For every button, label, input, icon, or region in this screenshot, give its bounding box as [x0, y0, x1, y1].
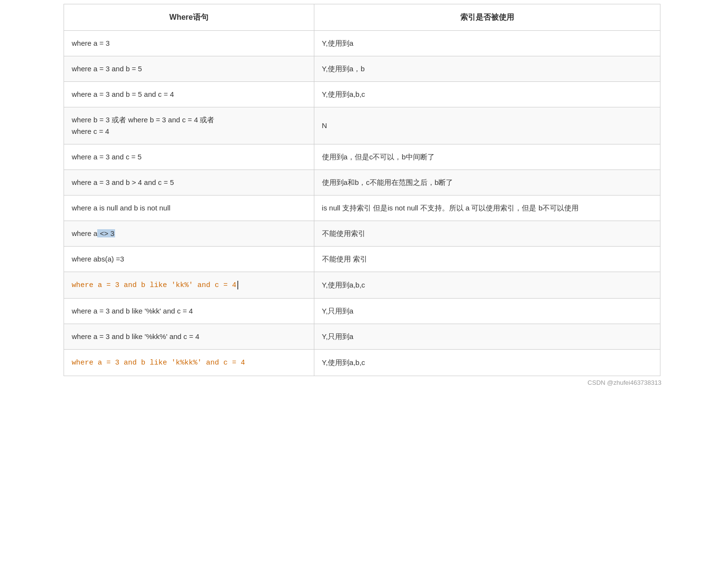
index-text: 使用到a，但是c不可以，b中间断了: [322, 153, 435, 161]
where-clause-cell: where a = 3 and b > 4 and c = 5: [64, 170, 314, 195]
where-text: where abs(a) =3: [72, 255, 124, 263]
index-text: Y,使用到a,b,c: [322, 90, 365, 98]
table-row: where abs(a) =3不能使用 索引: [64, 246, 660, 272]
index-usage-cell: 不能使用索引: [314, 221, 660, 246]
index-usage-cell: Y,使用到a,b,c: [314, 349, 660, 376]
col-header-index: 索引是否被使用: [314, 4, 660, 31]
where-clause-cell: where a is null and b is not null: [64, 195, 314, 221]
table-row: where a = 3 and c = 5使用到a，但是c不可以，b中间断了: [64, 144, 660, 170]
index-text: Y,只用到a: [322, 307, 354, 315]
where-text: where a = 3 and b like '%kk' and c = 4: [72, 307, 193, 315]
index-usage-cell: Y,使用到a,b,c: [314, 81, 660, 107]
table-row: where a = 3 and b > 4 and c = 5使用到a和b，c不…: [64, 170, 660, 195]
index-text: Y,使用到a，b: [322, 65, 365, 73]
watermark: CSDN @zhufei463738313: [0, 379, 724, 386]
index-text: N: [322, 121, 327, 130]
index-usage-cell: Y,使用到a: [314, 30, 660, 56]
where-clause-cell: where a = 3 and c = 5: [64, 144, 314, 170]
index-usage-cell: 使用到a，但是c不可以，b中间断了: [314, 144, 660, 170]
where-clause-cell: where abs(a) =3: [64, 246, 314, 272]
where-clause-cell: where a = 3 and b like '%kk' and c = 4: [64, 298, 314, 324]
index-usage-cell: Y,只用到a: [314, 324, 660, 349]
table-row: where a <> 3不能使用索引: [64, 221, 660, 246]
table-row: where a is null and b is not nullis null…: [64, 195, 660, 221]
page-wrapper: Where语句 索引是否被使用 where a = 3Y,使用到awhere a…: [0, 0, 724, 588]
table-row: where b = 3 或者 where b = 3 and c = 4 或者w…: [64, 107, 660, 144]
where-text: where a <> 3: [72, 229, 115, 237]
table-row: where a = 3 and b like '%kk' and c = 4Y,…: [64, 298, 660, 324]
where-clause-cell: where a = 3: [64, 30, 314, 56]
index-usage-cell: 使用到a和b，c不能用在范围之后，b断了: [314, 170, 660, 195]
where-text: where a = 3 and b = 5: [72, 65, 142, 73]
index-usage-cell: 不能使用 索引: [314, 246, 660, 272]
index-text: Y,使用到a,b,c: [322, 281, 365, 289]
orange-where-text: where a = 3 and b like 'kk%' and c = 4: [72, 281, 238, 289]
index-text: Y,使用到a: [322, 39, 354, 47]
index-text: 使用到a和b，c不能用在范围之后，b断了: [322, 178, 453, 186]
highlighted-text: <> 3: [97, 229, 115, 237]
index-text: is null 支持索引 但是is not null 不支持。所以 a 可以使用…: [322, 204, 579, 212]
where-clause-cell: where a = 3 and b like '%kk%' and c = 4: [64, 324, 314, 349]
where-text: where a = 3 and b > 4 and c = 5: [72, 178, 174, 186]
index-usage-cell: Y,使用到a,b,c: [314, 272, 660, 298]
where-clause-cell: where a = 3 and b = 5: [64, 56, 314, 81]
table-row: where a = 3 and b = 5Y,使用到a，b: [64, 56, 660, 81]
where-text: where a = 3 and b = 5 and c = 4: [72, 90, 174, 98]
where-clause-cell: where a = 3 and b like 'kk%' and c = 4: [64, 272, 314, 298]
index-text: Y,使用到a,b,c: [322, 358, 365, 366]
index-usage-cell: N: [314, 107, 660, 144]
where-clause-cell: where a = 3 and b like 'k%kk%' and c = 4: [64, 349, 314, 376]
index-usage-cell: Y,使用到a，b: [314, 56, 660, 81]
index-text: 不能使用索引: [322, 229, 365, 237]
orange-where-text: where a = 3 and b like 'k%kk%' and c = 4: [72, 359, 245, 367]
where-text: where a = 3 and b like '%kk%' and c = 4: [72, 332, 199, 340]
where-text: where a = 3: [72, 39, 110, 47]
index-usage-cell: is null 支持索引 但是is not null 不支持。所以 a 可以使用…: [314, 195, 660, 221]
table-row: where a = 3 and b = 5 and c = 4Y,使用到a,b,…: [64, 81, 660, 107]
where-text: where a is null and b is not null: [72, 204, 170, 212]
index-table: Where语句 索引是否被使用 where a = 3Y,使用到awhere a…: [64, 4, 660, 376]
where-clause-cell: where a = 3 and b = 5 and c = 4: [64, 81, 314, 107]
table-row: where a = 3 and b like 'k%kk%' and c = 4…: [64, 349, 660, 376]
text-cursor: [237, 281, 238, 289]
where-text: where b = 3 或者 where b = 3 and c = 4 或者w…: [72, 116, 214, 135]
table-row: where a = 3 and b like 'kk%' and c = 4Y,…: [64, 272, 660, 298]
table-row: where a = 3Y,使用到a: [64, 30, 660, 56]
col-header-where: Where语句: [64, 4, 314, 31]
index-usage-cell: Y,只用到a: [314, 298, 660, 324]
where-clause-cell: where b = 3 或者 where b = 3 and c = 4 或者w…: [64, 107, 314, 144]
table-header-row: Where语句 索引是否被使用: [64, 4, 660, 31]
where-text: where a = 3 and c = 5: [72, 153, 142, 161]
table-row: where a = 3 and b like '%kk%' and c = 4Y…: [64, 324, 660, 349]
where-clause-cell: where a <> 3: [64, 221, 314, 246]
index-text: Y,只用到a: [322, 332, 354, 340]
index-text: 不能使用 索引: [322, 255, 367, 263]
